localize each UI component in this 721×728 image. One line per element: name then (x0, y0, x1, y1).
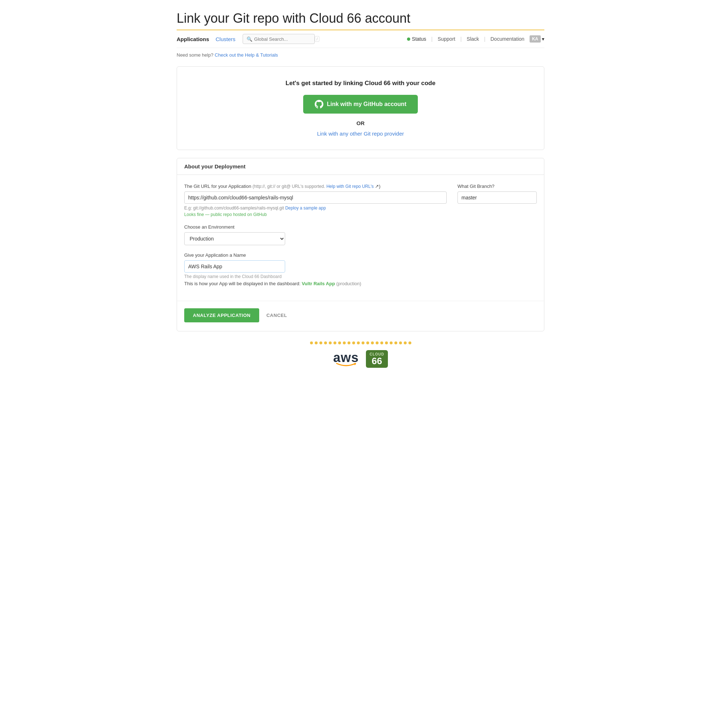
avatar-chevron-icon: ▾ (542, 36, 544, 42)
nav-divider-1: | (431, 36, 432, 42)
footer-dot (310, 341, 313, 344)
footer-dot (357, 341, 360, 344)
footer-dot (348, 341, 350, 344)
app-name-hint: The display name used in the Cloud 66 Da… (184, 274, 537, 279)
looks-fine-text: Looks fine — public repo hosted on GitHu… (184, 212, 447, 217)
other-git-link[interactable]: Link with any other Git repo provider (317, 130, 404, 137)
nav-links: Applications Clusters (177, 36, 235, 42)
footer-dot (385, 341, 388, 344)
footer-dot (371, 341, 374, 344)
aws-smile-icon (335, 363, 357, 367)
page-title: Link your Git repo with Cloud 66 account (177, 11, 544, 26)
aws-text: aws (333, 351, 359, 364)
search-shortcut: / (315, 36, 319, 42)
footer-dot (329, 341, 331, 344)
footer-dot (399, 341, 402, 344)
search-box: 🔍 / (243, 34, 315, 44)
footer-dot (343, 341, 346, 344)
deployment-card: About your Deployment The Git URL for yo… (177, 158, 544, 331)
app-display-env: (production) (336, 281, 361, 286)
git-url-input[interactable] (184, 191, 447, 204)
search-input[interactable] (254, 37, 315, 42)
nav-documentation[interactable]: Documentation (490, 36, 524, 42)
git-url-help-link[interactable]: Help with Git repo URL's (326, 184, 373, 189)
footer-dot (404, 341, 406, 344)
deployment-section-header: About your Deployment (177, 158, 544, 175)
git-url-col: The Git URL for your Application (http:/… (184, 184, 447, 217)
footer-dot (319, 341, 322, 344)
git-url-label: The Git URL for your Application (http:/… (184, 184, 447, 189)
user-avatar: KA (530, 35, 541, 43)
analyze-button[interactable]: ANALYZE APPLICATION (184, 308, 259, 322)
github-link-card: Let's get started by linking Cloud 66 wi… (177, 66, 544, 150)
git-url-hint: E.g: git://github.com/cloud66-samples/ra… (184, 205, 447, 211)
branch-col: What Git Branch? (457, 184, 537, 204)
status-indicator[interactable]: Status (407, 36, 426, 42)
search-icon: 🔍 (247, 37, 252, 42)
cloud66-logo: CLOUD 66 (366, 350, 388, 368)
env-section: Choose an Environment Production Develop… (184, 224, 537, 245)
footer-dot (352, 341, 355, 344)
nav-slack[interactable]: Slack (467, 36, 479, 42)
footer-dot (376, 341, 379, 344)
app-name-label: Give your Application a Name (184, 252, 537, 258)
deployment-body: The Git URL for your Application (http:/… (177, 175, 544, 301)
nav-divider-3: | (484, 36, 486, 42)
app-name-input[interactable] (184, 260, 285, 272)
footer-dot (408, 341, 411, 344)
github-button-label: Link with my GitHub account (327, 101, 406, 107)
env-select[interactable]: Production Development Staging (184, 232, 285, 245)
aws-logo: aws (333, 351, 359, 367)
footer: aws CLOUD 66 (177, 341, 544, 375)
app-display-name: Vultr Rails App (302, 281, 335, 286)
nav-divider-2: | (460, 36, 462, 42)
footer-logos: aws CLOUD 66 (177, 350, 544, 368)
nav-right: Status | Support | Slack | Documentation… (407, 35, 544, 43)
git-url-note: (http://, git:// or git@ URL's supported… (253, 184, 325, 189)
cancel-button[interactable]: CANCEL (266, 308, 287, 322)
nav-support[interactable]: Support (438, 36, 455, 42)
env-label: Choose an Environment (184, 224, 537, 230)
footer-dot (390, 341, 393, 344)
footer-dot (333, 341, 336, 344)
external-link-icon: ↗ (375, 184, 379, 189)
nav-clusters[interactable]: Clusters (215, 36, 235, 42)
footer-dot (324, 341, 327, 344)
footer-dot (366, 341, 369, 344)
footer-dot (315, 341, 318, 344)
github-link-button[interactable]: Link with my GitHub account (303, 95, 418, 113)
help-bar: Need some help? Check out the Help & Tut… (177, 52, 544, 58)
footer-dots (177, 341, 544, 344)
app-display-hint: This is how your App will be displayed i… (184, 281, 537, 286)
branch-label: What Git Branch? (457, 184, 537, 189)
navbar: Applications Clusters 🔍 / Status | Suppo… (177, 30, 544, 48)
github-card-title: Let's get started by linking Cloud 66 wi… (184, 80, 537, 87)
cloud66-number: 66 (372, 356, 382, 366)
footer-dot (380, 341, 383, 344)
action-bar: ANALYZE APPLICATION CANCEL (177, 301, 544, 331)
footer-dot (338, 341, 341, 344)
git-url-row: The Git URL for your Application (http:/… (184, 184, 537, 217)
app-name-section: Give your Application a Name The display… (184, 252, 537, 286)
status-dot (407, 38, 410, 41)
status-label: Status (412, 36, 426, 42)
branch-input[interactable] (457, 191, 537, 204)
github-icon (315, 100, 323, 109)
help-link[interactable]: Check out the Help & Tutorials (215, 52, 278, 58)
user-avatar-dropdown[interactable]: KA ▾ (530, 35, 544, 43)
deploy-sample-link[interactable]: Deploy a sample app (285, 205, 326, 211)
footer-dot (362, 341, 365, 344)
help-prefix: Need some help? (177, 52, 214, 58)
footer-dot (394, 341, 397, 344)
nav-applications[interactable]: Applications (177, 36, 209, 42)
or-text: OR (184, 120, 537, 126)
